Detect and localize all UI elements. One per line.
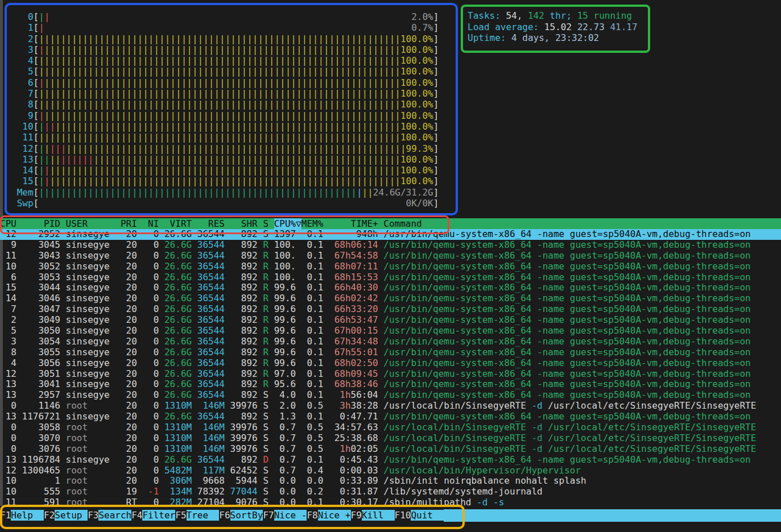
process-row[interactable]: 12 3051 sinsegye 20 0 26.6G 36544 892 R …: [0, 369, 781, 380]
process-row[interactable]: 15 3044 sinsegye 20 0 26.6G 36544 892 R …: [0, 282, 781, 293]
process-row[interactable]: 9 3045 sinsegye 20 0 26.6G 36544 892 R 1…: [0, 240, 781, 251]
meter-bar: ||2.0%: [39, 11, 433, 22]
cell: 26.6G: [164, 272, 197, 282]
cell: 1176721: [22, 412, 66, 422]
cell: sinsegye: [66, 347, 121, 358]
process-row[interactable]: 12 1300465 root 20 0 5482M 117M 62452 S …: [0, 466, 781, 476]
fkey-f7-nice-[interactable]: F7Nice -: [263, 509, 307, 522]
cell: 36544: [197, 315, 230, 325]
process-row[interactable]: 10 3052 sinsegye 20 0 26.6G 36544 892 R …: [0, 261, 781, 272]
cell: [329, 422, 334, 433]
fkey-key: F7: [263, 510, 274, 521]
process-row[interactable]: 3 3054 sinsegye 20 0 26.6G 36544 892 R 9…: [0, 336, 781, 347]
process-row[interactable]: 0 3058 root 20 0 1310M 146M 39976 S 0.7 …: [0, 422, 781, 433]
process-row[interactable]: 10 1 root 20 0 306M 9668 5944 S 0.0 0.0 …: [0, 476, 781, 487]
cell: sinsegye: [66, 390, 121, 400]
meter-value: 100.0%: [400, 165, 433, 176]
cell: [329, 336, 334, 347]
column-header-shr: SHR: [230, 218, 263, 229]
process-row[interactable]: 11 591 root RT 0 282M 27104 9076 S 0.0 0…: [0, 497, 781, 508]
meter-value: 100.0%: [400, 154, 433, 165]
process-row[interactable]: 7 3047 sinsegye 20 0 26.6G 36544 892 R 9…: [0, 304, 781, 315]
fkey-f8-nice-[interactable]: F8Nice +: [307, 509, 350, 522]
cell: 20: [121, 240, 143, 250]
process-row[interactable]: 14 3046 sinsegye 20 0 26.6G 36544 892 R …: [0, 293, 781, 304]
meter-close-bracket: ]: [433, 198, 439, 209]
cell: 0: [142, 379, 164, 389]
cell: 36544: [197, 369, 230, 379]
fkey-f9-kill[interactable]: F9Kill: [351, 509, 395, 522]
process-row[interactable]: 0 3070 root 20 0 1310M 146M 39976 S 0.7 …: [0, 433, 781, 444]
cell: 26.6G: [164, 369, 197, 379]
cell: 100.: [274, 251, 301, 261]
sort-column-header-cpu-percent[interactable]: CPU%▽: [274, 218, 301, 229]
meter-label: Swp: [11, 198, 34, 209]
cell: 26.6G: [164, 455, 197, 465]
cell: D: [263, 455, 274, 465]
process-row[interactable]: 2 3049 sinsegye 20 0 26.6G 36544 892 R 9…: [0, 315, 781, 326]
cell: [329, 433, 334, 443]
cell: 14: [0, 293, 22, 304]
cell: 0: [142, 315, 164, 325]
cell: 0.0: [274, 487, 301, 497]
cell: 8: [0, 347, 22, 358]
fkey-key: F4: [131, 510, 142, 521]
cell: 892: [230, 261, 263, 272]
cell: 0.7: [274, 466, 301, 476]
cell: R: [263, 315, 274, 325]
process-row[interactable]: 13 1176721 sinsegye 20 0 26.6G 36544 892…: [0, 412, 781, 422]
meter-label: 2: [11, 34, 34, 44]
cell: 26.6G: [164, 229, 197, 239]
process-row[interactable]: 13 2957 sinsegye 20 0 26.6G 36544 892 S …: [0, 390, 781, 401]
fkey-f10-quit[interactable]: F10Quit: [395, 509, 444, 522]
process-row[interactable]: 6 3053 sinsegye 20 0 26.6G 36544 892 R 1…: [0, 272, 781, 283]
tasks-text: 4 days, 23:32:02: [511, 32, 599, 43]
process-row[interactable]: 13 1196784 sinsegye 20 0 26.6G 36544 892…: [0, 455, 781, 466]
table-header[interactable]: CPU PID USER PRI NI VIRT RES SHR S CPU%▽…: [0, 218, 781, 229]
fkey-f5-tree[interactable]: F5Tree: [175, 509, 219, 522]
meter-open-bracket: [: [34, 121, 39, 132]
process-row[interactable]: 8 3055 sinsegye 20 0 26.6G 36544 892 R 9…: [0, 347, 781, 358]
process-row[interactable]: 0 3076 root 20 0 1310M 146M 39976 S 0.7 …: [0, 444, 781, 455]
process-row[interactable]: 10 555 root 19 -1 134M 78392 77044 S 0.0…: [0, 487, 781, 497]
meter-close-bracket: ]: [433, 44, 439, 55]
process-row[interactable]: 5 3050 sinsegye 20 0 26.6G 36544 892 R 9…: [0, 326, 781, 336]
cell: 0: [142, 390, 164, 400]
cell: 0: [142, 497, 164, 508]
process-row[interactable]: 4 3056 sinsegye 20 0 26.6G 36544 892 R 9…: [0, 358, 781, 369]
process-row[interactable]: 11 3043 sinsegye 20 0 26.6G 36544 892 R …: [0, 251, 781, 261]
cell: 7: [0, 304, 22, 314]
cell: 0.2: [301, 487, 329, 497]
cell: R: [263, 251, 274, 261]
cell: 39976: [230, 444, 263, 454]
cell-time: 34:57.63: [334, 422, 378, 433]
cell: 36544: [197, 358, 230, 368]
cell: 892: [230, 369, 263, 379]
fkey-f6-sortby[interactable]: F6SortBy: [219, 509, 263, 522]
cell: 100.: [274, 261, 301, 272]
cell: 0.5: [301, 422, 329, 433]
cell: 3054: [22, 336, 66, 347]
fkey-f1-help[interactable]: F1Help: [0, 509, 44, 522]
cell: 6: [0, 272, 22, 282]
cell: 0.1: [301, 326, 329, 336]
meter-bar: ||||||||||||||||||||||||||||||||||||||||…: [39, 55, 433, 66]
cell: 892: [230, 455, 263, 465]
process-row[interactable]: 0 1146 root 20 0 1310M 146M 39976 S 2.0 …: [0, 401, 781, 412]
cell: 26.6G: [164, 358, 197, 368]
tasks-text: Load average:: [468, 22, 544, 32]
cell: 1310M: [164, 401, 197, 411]
cell: [378, 336, 384, 347]
process-row[interactable]: 13 3041 sinsegye 20 0 26.6G 36544 892 R …: [0, 379, 781, 390]
cell: 1300465: [22, 466, 66, 476]
meter-bar: ||||||||||||||||||||||||||||||||||||||||…: [39, 88, 433, 99]
cell: [378, 487, 384, 497]
process-row-selected[interactable]: 12 2952 sinsegye 20 0 26.6G 36544 892 S …: [0, 229, 781, 240]
fkey-f2-setup[interactable]: F2Setup: [44, 509, 88, 522]
cell: RT: [121, 497, 143, 508]
cell: R: [263, 326, 274, 336]
fkey-f4-filter[interactable]: F4Filter: [131, 509, 175, 522]
cell: 39976: [230, 433, 263, 443]
fkey-f3-search[interactable]: F3Search: [88, 509, 131, 522]
cell: sinsegye: [66, 261, 121, 272]
